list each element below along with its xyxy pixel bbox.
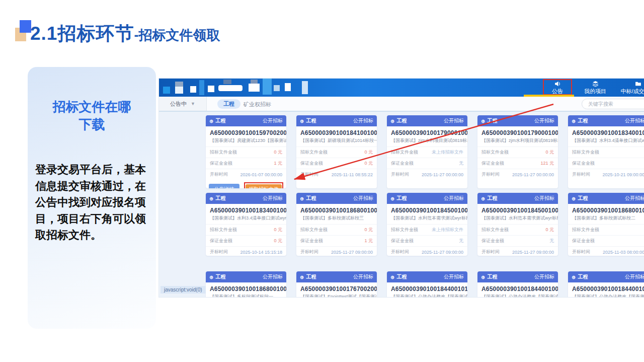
deposit-label: 保证金金额: [391, 160, 414, 167]
project-card[interactable]: ⊕工程 公开招标 A6500003901001868001001 【国泰测试】多…: [206, 271, 286, 298]
deposit-label: 保证金金额: [300, 160, 323, 167]
doc-fee-value: 0 元: [545, 227, 554, 233]
doc-fee-value: 未上传招标文件: [432, 149, 463, 156]
top-navbar: 公告 我的项目 中标/成交项目: [159, 79, 644, 97]
card-header: ⊕工程 公开招标: [296, 271, 377, 282]
card-header: ⊕工程 公开招标: [387, 115, 467, 126]
project-type: ⊕工程: [300, 195, 316, 202]
doc-fee-row: 招标文件金额0 元: [477, 147, 558, 158]
nav-item-my-projects[interactable]: 我的项目: [575, 80, 615, 96]
project-name: 【国泰测试】zjm水利项目测试0819标段一: [387, 137, 467, 147]
project-type-icon: ⊕: [481, 196, 485, 201]
doc-fee-row: 招标文件金额0 元: [206, 224, 286, 235]
project-card[interactable]: ⊕工程 公开招标 A6500003901001834001002 【国泰测试】水…: [568, 115, 644, 188]
project-card[interactable]: ⊕工程 公开招标 A6500003901001790001002 【国泰测试】z…: [387, 115, 467, 188]
card-row: ⊕工程 公开招标 A6500003901001868001001 【国泰测试】多…: [206, 271, 644, 298]
card-header: ⊕工程 公开招标: [568, 193, 644, 204]
deco-blue-square: [20, 20, 31, 33]
announcement-detail-button[interactable]: 公告详情: [209, 184, 239, 188]
project-type: ⊕工程: [390, 195, 407, 202]
folder-icon: [635, 81, 641, 87]
deposit-value: 无: [549, 238, 554, 244]
project-card[interactable]: ⊕工程 公开招标 A6500003901001597002001 【国泰测试】房…: [206, 115, 286, 188]
doc-fee-label: 招标文件金额: [300, 149, 328, 156]
status-dropdown[interactable]: 公告中 ▼: [159, 97, 207, 111]
deposit-value: 无: [459, 160, 463, 167]
project-card[interactable]: ⊕工程 公开招标 A6500003901001767002001 【国泰测试】E…: [296, 271, 377, 298]
card-header: ⊕工程 公开招标: [296, 193, 377, 204]
open-time-label: 开标时间: [300, 171, 318, 178]
project-number: A6500003901001844001008: [568, 282, 644, 293]
project-type: ⊕工程: [390, 117, 407, 124]
project-type: ⊕工程: [572, 117, 588, 124]
project-number: A6500003901001834001002: [568, 126, 644, 137]
panel-heading: 招标文件在哪下载: [47, 98, 137, 133]
doc-fee-label: 招标文件金额: [300, 227, 328, 233]
project-type-icon: ⊕: [481, 274, 485, 280]
open-time-label: 开标时间: [300, 249, 318, 255]
explanation-panel: 招标文件在哪下载 登录交易平台后，基本信息提交审核通过，在公告中找到对应报名项目…: [28, 67, 156, 329]
project-card[interactable]: ⊕工程 公开招标 A6500003901001841001001 【国泰测试】新…: [296, 115, 377, 188]
get-bid-doc-highlight: 领取招标文件: [244, 182, 283, 188]
open-time-value: 2025-11-27 09:00:00: [512, 250, 554, 255]
deposit-row: 保证金金额: [568, 158, 644, 169]
project-number: A6500003901001868001003: [296, 204, 377, 214]
open-time-value: 2025-11-27 09:00:00: [422, 250, 463, 255]
deposit-row: 保证金金额0 元: [206, 235, 286, 246]
bid-method-label: 公开招标: [534, 117, 554, 124]
bid-method-label: 公开招标: [625, 117, 644, 124]
project-card[interactable]: ⊕工程 公开招标 A6500003901001845001001 【国泰测试】水…: [477, 193, 558, 256]
deposit-value: 1 元: [274, 160, 282, 167]
project-card[interactable]: ⊕工程 公开招标 A6500003901001834001001 【国泰测试】水…: [206, 193, 286, 256]
project-card[interactable]: ⊕工程 公开招标 A6500003901001790001001 【国泰测试】z…: [477, 115, 558, 188]
project-number: A6500003901001845001001: [477, 204, 558, 214]
deposit-value: 1 元: [364, 238, 373, 244]
project-type-label: 工程: [215, 117, 225, 124]
project-type: ⊕工程: [300, 117, 316, 124]
tab-engineering[interactable]: 工程: [217, 99, 240, 109]
deposit-label: 保证金金额: [481, 160, 504, 167]
project-card[interactable]: ⊕工程 公开招标 A6500003901001844001008 【国泰测试】公…: [568, 271, 644, 298]
project-type: ⊕工程: [481, 117, 497, 124]
project-card[interactable]: ⊕工程 公开招标 A6500003901001868001003 【国泰测试】多…: [296, 193, 377, 256]
project-card[interactable]: ⊕工程 公开招标 A6500003901001844001009 【国泰测试】公…: [477, 271, 558, 298]
project-card[interactable]: ⊕工程 公开招标 A6500003901001868001002 【国泰测试】多…: [568, 193, 644, 256]
project-name: 【国泰测试】zjm水利项目测试0819标段一: [477, 137, 558, 147]
project-type: ⊕工程: [209, 117, 225, 124]
open-time-row: 开标时间2025-11-27 09:00:00: [296, 246, 377, 256]
card-row: ⊕工程 公开招标 A6500003901001597002001 【国泰测试】房…: [206, 115, 644, 188]
doc-fee-value: 0 元: [364, 149, 373, 156]
open-time-label: 开标时间: [481, 249, 500, 255]
open-time-label: 开标时间: [210, 249, 228, 255]
project-number: A6500003901001767002001: [296, 282, 377, 293]
bid-method-label: 公开招标: [625, 273, 644, 280]
project-number: A6500003901001841001001: [296, 126, 377, 137]
get-bid-doc-button[interactable]: 领取招标文件: [246, 184, 282, 189]
doc-fee-value: 0 元: [545, 149, 554, 156]
project-name: 【国泰测试】Epointtest测试【国泰测试】: [296, 293, 377, 298]
project-type-label: 工程: [396, 273, 407, 280]
page-title: 2.1招标环节 -招标文件领取: [30, 21, 220, 46]
deposit-label: 保证金金额: [572, 160, 595, 167]
project-number: A6500003901001844001009: [477, 282, 558, 293]
search-input[interactable]: 关键字搜索: [582, 99, 644, 109]
doc-fee-row: 招标文件金额: [568, 147, 644, 158]
project-type-label: 工程: [578, 117, 588, 124]
project-type-icon: ⊕: [572, 118, 576, 124]
bid-method-label: 公开招标: [534, 273, 554, 280]
tab-mining-rights[interactable]: 矿业权招标: [244, 101, 271, 108]
project-name: 【国泰测试】公路办法整改【国泰测试】公: [477, 293, 558, 298]
doc-fee-row: 招标文件金额未上传招标文件: [387, 224, 467, 235]
project-number: A6500003901001597002001: [206, 126, 286, 137]
doc-fee-row: 招标文件金额0 元: [296, 147, 377, 158]
deposit-label: 保证金金额: [572, 238, 595, 244]
project-card[interactable]: ⊕工程 公开招标 A6500003901001844001010 【国泰测试】公…: [387, 271, 467, 298]
project-card[interactable]: ⊕工程 公开招标 A6500003901001845001002 【国泰测试】水…: [387, 193, 467, 256]
doc-fee-row: 招标文件金额0 元: [477, 224, 558, 235]
nav-item-won-projects[interactable]: 中标/成交项目: [615, 80, 644, 96]
bid-method-label: 公开招标: [444, 117, 464, 124]
project-type-label: 工程: [306, 195, 316, 202]
doc-fee-row: 招标文件金额0 元: [296, 224, 377, 235]
doc-fee-label: 招标文件金额: [572, 149, 599, 156]
project-type: ⊕工程: [481, 273, 497, 280]
